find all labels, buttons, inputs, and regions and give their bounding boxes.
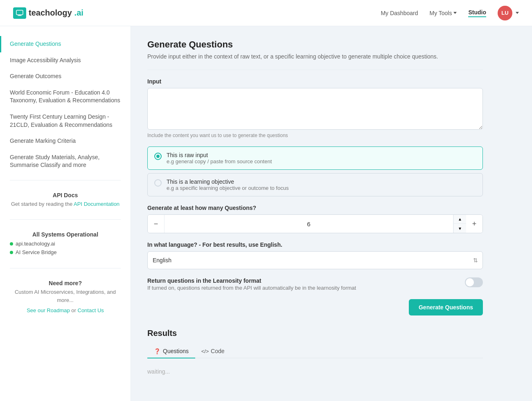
sidebar-item-twenty-first-century[interactable]: Twenty First Century Learning Design - 2… (0, 109, 131, 133)
api-docs-link[interactable]: API Documentation (74, 201, 119, 207)
sidebar-nav: Generate QuestionsImage Accessibility An… (0, 36, 131, 173)
status-items: api.teachology.aiAI Service Bridge (10, 239, 121, 257)
questions-count-value[interactable] (164, 215, 453, 233)
input-helper: Include the content you want us to use t… (147, 133, 483, 138)
or-text: or (71, 307, 77, 313)
need-more-links: See our Roadmap or Contact Us (10, 306, 121, 315)
input-label: Input (147, 78, 483, 85)
contact-link[interactable]: Contact Us (78, 307, 104, 313)
tab-code-label: Code (211, 348, 224, 354)
tab-questions-label: Questions (163, 348, 189, 354)
layout: Generate QuestionsImage Accessibility An… (0, 26, 532, 401)
status-dot (10, 251, 13, 254)
learnosity-toggle-desc: If turned on, questions returned from th… (147, 285, 356, 291)
title-divider (147, 70, 483, 70)
user-chevron-icon[interactable] (516, 12, 519, 14)
generate-button[interactable]: Generate Questions (409, 299, 483, 315)
logo-text: teachology (29, 8, 72, 18)
page-title: Generate Questions (147, 39, 483, 50)
spinner-buttons: ▲ ▼ (453, 215, 466, 233)
increment-button[interactable]: + (466, 215, 482, 233)
logo: teachology.ai (13, 7, 83, 19)
radio-raw-circle (154, 153, 162, 160)
page-description: Provide input either in the context of r… (147, 53, 483, 60)
nav-tools-label: My Tools (429, 10, 452, 16)
radio-learning-objective[interactable]: This is a learning objective e.g a speci… (147, 173, 483, 196)
status-section: All Systems Operational api.teachology.a… (0, 226, 131, 261)
chevron-down-icon (453, 12, 457, 14)
nav-tools-dropdown[interactable]: My Tools (429, 10, 457, 16)
sidebar-item-generate-questions[interactable]: Generate Questions (0, 36, 131, 52)
svg-rect-0 (16, 10, 23, 15)
radio-raw-input[interactable]: This is raw input e.g general copy / pas… (147, 146, 483, 170)
input-textarea[interactable] (147, 88, 483, 130)
radio-learning-content: This is a learning objective e.g a speci… (167, 178, 289, 191)
status-item: api.teachology.ai (10, 239, 121, 248)
language-select[interactable]: English Spanish French German Portuguese… (147, 251, 483, 269)
nav-studio[interactable]: Studio (468, 9, 486, 17)
tab-questions[interactable]: ❓ Questions (147, 345, 195, 358)
sidebar-divider-2 (10, 219, 121, 220)
spinner-down-button[interactable]: ▼ (454, 224, 466, 233)
main-content: Generate Questions Provide input either … (131, 26, 499, 401)
code-icon: </> (202, 348, 208, 354)
results-title: Results (147, 329, 483, 338)
need-more-title: Need more? (10, 280, 121, 286)
sidebar: Generate QuestionsImage Accessibility An… (0, 26, 131, 401)
sidebar-item-image-accessibility[interactable]: Image Accessibility Analysis (0, 52, 131, 69)
status-dot (10, 242, 13, 246)
need-more-text: Custom AI Microservices, Integrations, a… (10, 288, 121, 304)
sidebar-divider-3 (10, 268, 121, 268)
questions-count-group: Generate at least how many Questions? − … (147, 205, 483, 233)
api-docs-section: API Docs Get started by reading the API … (0, 187, 131, 213)
radio-raw-title: This is raw input (167, 152, 272, 158)
header: teachology.ai My Dashboard My Tools Stud… (0, 0, 532, 26)
radio-learning-title: This is a learning objective (167, 178, 289, 185)
status-title: All Systems Operational (10, 231, 121, 238)
radio-learning-desc: e.g a specific learning objective or out… (167, 185, 289, 191)
learnosity-toggle-row: Return questions in the Learnosity forma… (147, 277, 483, 291)
learnosity-toggle[interactable] (465, 277, 483, 287)
radio-raw-desc: e.g general copy / paste from source con… (167, 158, 272, 164)
language-group: In what language? - For best results, us… (147, 241, 483, 269)
nav-dashboard[interactable]: My Dashboard (381, 10, 418, 16)
main-nav: My Dashboard My Tools Studio LU (381, 6, 519, 20)
questions-icon: ❓ (154, 348, 160, 354)
tab-code[interactable]: </> Code (195, 345, 231, 358)
waiting-text: waiting... (147, 365, 483, 378)
sidebar-item-generate-study[interactable]: Generate Study Materials, Analyse, Summa… (0, 149, 131, 173)
language-label: In what language? - For best results, us… (147, 241, 483, 248)
decrement-button[interactable]: − (148, 215, 164, 233)
radio-raw-content: This is raw input e.g general copy / pas… (167, 152, 272, 164)
logo-icon (13, 7, 26, 19)
radio-learning-circle (154, 179, 162, 187)
learnosity-toggle-labels: Return questions in the Learnosity forma… (147, 277, 356, 291)
roadmap-link[interactable]: See our Roadmap (27, 307, 70, 313)
sidebar-item-generate-marking[interactable]: Generate Marking Criteria (0, 133, 131, 149)
language-select-wrapper: English Spanish French German Portuguese… (147, 251, 483, 269)
user-area: LU (498, 6, 519, 20)
questions-count-input: − ▲ ▼ + (147, 214, 483, 233)
api-docs-title: API Docs (10, 192, 121, 198)
questions-count-label: Generate at least how many Questions? (147, 205, 483, 211)
need-more-section: Need more? Custom AI Microservices, Inte… (0, 275, 131, 320)
api-docs-text-before: Get started by reading the (11, 201, 74, 207)
sidebar-item-world-economic-forum[interactable]: World Economic Forum - Education 4.0 Tax… (0, 85, 131, 109)
input-group: Input Include the content you want us to… (147, 78, 483, 138)
api-docs-text: Get started by reading the API Documenta… (10, 200, 121, 208)
results-tabs: ❓ Questions </> Code (147, 345, 483, 358)
radio-group: This is raw input e.g general copy / pas… (147, 146, 483, 196)
avatar[interactable]: LU (498, 6, 512, 20)
learnosity-toggle-title: Return questions in the Learnosity forma… (147, 277, 356, 284)
spinner-up-button[interactable]: ▲ (454, 215, 466, 224)
status-item: AI Service Bridge (10, 248, 121, 257)
logo-ai: .ai (74, 8, 83, 18)
sidebar-item-generate-outcomes[interactable]: Generate Outcomes (0, 68, 131, 85)
sidebar-divider-1 (10, 180, 121, 180)
